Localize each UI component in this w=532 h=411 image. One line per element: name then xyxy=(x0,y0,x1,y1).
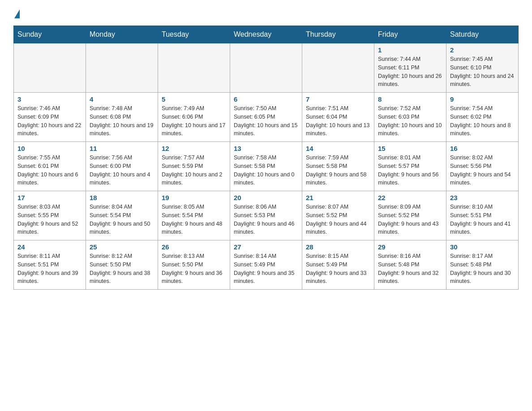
calendar-cell: 5Sunrise: 7:49 AM Sunset: 6:06 PM Daylig… xyxy=(158,93,230,142)
day-info: Sunrise: 7:52 AM Sunset: 6:03 PM Dayligh… xyxy=(378,104,442,138)
calendar-cell: 17Sunrise: 8:03 AM Sunset: 5:55 PM Dayli… xyxy=(14,191,86,240)
calendar-cell: 4Sunrise: 7:48 AM Sunset: 6:08 PM Daylig… xyxy=(86,93,158,142)
page-header xyxy=(13,9,519,17)
weekday-header-sunday: Sunday xyxy=(14,26,86,43)
day-number: 10 xyxy=(17,145,82,152)
day-info: Sunrise: 8:14 AM Sunset: 5:49 PM Dayligh… xyxy=(234,252,298,286)
day-info: Sunrise: 8:13 AM Sunset: 5:50 PM Dayligh… xyxy=(162,252,226,286)
calendar-cell: 18Sunrise: 8:04 AM Sunset: 5:54 PM Dayli… xyxy=(86,191,158,240)
day-number: 18 xyxy=(90,194,154,201)
calendar-cell: 27Sunrise: 8:14 AM Sunset: 5:49 PM Dayli… xyxy=(230,240,302,290)
day-info: Sunrise: 8:03 AM Sunset: 5:55 PM Dayligh… xyxy=(17,203,82,236)
day-number: 9 xyxy=(450,95,515,103)
calendar-cell: 8Sunrise: 7:52 AM Sunset: 6:03 PM Daylig… xyxy=(374,93,446,142)
calendar-cell: 9Sunrise: 7:54 AM Sunset: 6:02 PM Daylig… xyxy=(446,93,519,142)
calendar-cell: 14Sunrise: 7:59 AM Sunset: 5:58 PM Dayli… xyxy=(302,142,374,191)
day-info: Sunrise: 7:44 AM Sunset: 6:11 PM Dayligh… xyxy=(378,55,442,89)
calendar-cell: 24Sunrise: 8:11 AM Sunset: 5:51 PM Dayli… xyxy=(14,240,86,290)
calendar-cell: 25Sunrise: 8:12 AM Sunset: 5:50 PM Dayli… xyxy=(86,240,158,290)
calendar-cell xyxy=(302,43,374,93)
calendar-week-1: 1Sunrise: 7:44 AM Sunset: 6:11 PM Daylig… xyxy=(14,43,519,93)
day-info: Sunrise: 8:01 AM Sunset: 5:57 PM Dayligh… xyxy=(378,154,442,187)
day-number: 20 xyxy=(234,194,298,201)
day-info: Sunrise: 7:57 AM Sunset: 5:59 PM Dayligh… xyxy=(162,154,226,187)
weekday-header-wednesday: Wednesday xyxy=(230,26,302,43)
calendar-cell: 26Sunrise: 8:13 AM Sunset: 5:50 PM Dayli… xyxy=(158,240,230,290)
weekday-header-tuesday: Tuesday xyxy=(158,26,230,43)
day-info: Sunrise: 8:15 AM Sunset: 5:49 PM Dayligh… xyxy=(306,252,370,286)
calendar-table: SundayMondayTuesdayWednesdayThursdayFrid… xyxy=(13,26,519,290)
calendar-cell: 12Sunrise: 7:57 AM Sunset: 5:59 PM Dayli… xyxy=(158,142,230,191)
day-number: 7 xyxy=(306,95,370,103)
day-number: 19 xyxy=(162,194,226,201)
calendar-cell: 22Sunrise: 8:09 AM Sunset: 5:52 PM Dayli… xyxy=(374,191,446,240)
day-number: 17 xyxy=(17,194,82,201)
calendar-cell: 21Sunrise: 8:07 AM Sunset: 5:52 PM Dayli… xyxy=(302,191,374,240)
calendar-cell: 23Sunrise: 8:10 AM Sunset: 5:51 PM Dayli… xyxy=(446,191,519,240)
day-number: 6 xyxy=(234,95,298,103)
calendar-week-4: 17Sunrise: 8:03 AM Sunset: 5:55 PM Dayli… xyxy=(14,191,519,240)
day-number: 16 xyxy=(450,145,515,152)
calendar-cell xyxy=(14,43,86,93)
calendar-cell: 6Sunrise: 7:50 AM Sunset: 6:05 PM Daylig… xyxy=(230,93,302,142)
day-number: 5 xyxy=(162,95,226,103)
day-number: 24 xyxy=(17,243,82,251)
calendar-cell: 20Sunrise: 8:06 AM Sunset: 5:53 PM Dayli… xyxy=(230,191,302,240)
day-info: Sunrise: 7:54 AM Sunset: 6:02 PM Dayligh… xyxy=(450,104,515,138)
calendar-cell: 2Sunrise: 7:45 AM Sunset: 6:10 PM Daylig… xyxy=(446,43,519,93)
day-info: Sunrise: 8:02 AM Sunset: 5:56 PM Dayligh… xyxy=(450,154,515,187)
weekday-header-monday: Monday xyxy=(86,26,158,43)
day-info: Sunrise: 7:55 AM Sunset: 6:01 PM Dayligh… xyxy=(17,154,82,187)
day-number: 23 xyxy=(450,194,515,201)
calendar-week-2: 3Sunrise: 7:46 AM Sunset: 6:09 PM Daylig… xyxy=(14,93,519,142)
day-number: 3 xyxy=(17,95,82,103)
day-number: 28 xyxy=(306,243,370,251)
day-info: Sunrise: 8:06 AM Sunset: 5:53 PM Dayligh… xyxy=(234,203,298,236)
calendar-cell xyxy=(158,43,230,93)
day-number: 2 xyxy=(450,46,515,54)
logo xyxy=(13,9,20,17)
day-info: Sunrise: 8:09 AM Sunset: 5:52 PM Dayligh… xyxy=(378,203,442,236)
calendar-cell: 11Sunrise: 7:56 AM Sunset: 6:00 PM Dayli… xyxy=(86,142,158,191)
day-info: Sunrise: 7:58 AM Sunset: 5:58 PM Dayligh… xyxy=(234,154,298,187)
day-number: 8 xyxy=(378,95,442,103)
day-info: Sunrise: 7:46 AM Sunset: 6:09 PM Dayligh… xyxy=(17,104,82,138)
calendar-week-5: 24Sunrise: 8:11 AM Sunset: 5:51 PM Dayli… xyxy=(14,240,519,290)
day-number: 29 xyxy=(378,243,442,251)
calendar-cell: 10Sunrise: 7:55 AM Sunset: 6:01 PM Dayli… xyxy=(14,142,86,191)
calendar-week-3: 10Sunrise: 7:55 AM Sunset: 6:01 PM Dayli… xyxy=(14,142,519,191)
calendar-cell: 15Sunrise: 8:01 AM Sunset: 5:57 PM Dayli… xyxy=(374,142,446,191)
day-info: Sunrise: 8:12 AM Sunset: 5:50 PM Dayligh… xyxy=(90,252,154,286)
day-info: Sunrise: 8:07 AM Sunset: 5:52 PM Dayligh… xyxy=(306,203,370,236)
day-info: Sunrise: 7:50 AM Sunset: 6:05 PM Dayligh… xyxy=(234,104,298,138)
weekday-header-saturday: Saturday xyxy=(446,26,519,43)
day-info: Sunrise: 8:16 AM Sunset: 5:48 PM Dayligh… xyxy=(378,252,442,286)
day-number: 12 xyxy=(162,145,226,152)
day-number: 4 xyxy=(90,95,154,103)
day-number: 30 xyxy=(450,243,515,251)
calendar-cell: 1Sunrise: 7:44 AM Sunset: 6:11 PM Daylig… xyxy=(374,43,446,93)
calendar-cell: 16Sunrise: 8:02 AM Sunset: 5:56 PM Dayli… xyxy=(446,142,519,191)
day-info: Sunrise: 8:17 AM Sunset: 5:48 PM Dayligh… xyxy=(450,252,515,286)
calendar-cell: 13Sunrise: 7:58 AM Sunset: 5:58 PM Dayli… xyxy=(230,142,302,191)
calendar-cell: 28Sunrise: 8:15 AM Sunset: 5:49 PM Dayli… xyxy=(302,240,374,290)
calendar-cell: 29Sunrise: 8:16 AM Sunset: 5:48 PM Dayli… xyxy=(374,240,446,290)
weekday-header-friday: Friday xyxy=(374,26,446,43)
calendar-cell xyxy=(230,43,302,93)
day-number: 13 xyxy=(234,145,298,152)
day-number: 15 xyxy=(378,145,442,152)
day-number: 21 xyxy=(306,194,370,201)
day-info: Sunrise: 7:56 AM Sunset: 6:00 PM Dayligh… xyxy=(90,154,154,187)
day-number: 14 xyxy=(306,145,370,152)
calendar-cell: 3Sunrise: 7:46 AM Sunset: 6:09 PM Daylig… xyxy=(14,93,86,142)
day-number: 25 xyxy=(90,243,154,251)
day-info: Sunrise: 7:51 AM Sunset: 6:04 PM Dayligh… xyxy=(306,104,370,138)
calendar-cell: 19Sunrise: 8:05 AM Sunset: 5:54 PM Dayli… xyxy=(158,191,230,240)
day-info: Sunrise: 7:48 AM Sunset: 6:08 PM Dayligh… xyxy=(90,104,154,138)
day-info: Sunrise: 8:11 AM Sunset: 5:51 PM Dayligh… xyxy=(17,252,82,286)
weekday-header-thursday: Thursday xyxy=(302,26,374,43)
calendar-cell xyxy=(86,43,158,93)
calendar-cell: 7Sunrise: 7:51 AM Sunset: 6:04 PM Daylig… xyxy=(302,93,374,142)
day-info: Sunrise: 8:05 AM Sunset: 5:54 PM Dayligh… xyxy=(162,203,226,236)
day-info: Sunrise: 8:10 AM Sunset: 5:51 PM Dayligh… xyxy=(450,203,515,236)
